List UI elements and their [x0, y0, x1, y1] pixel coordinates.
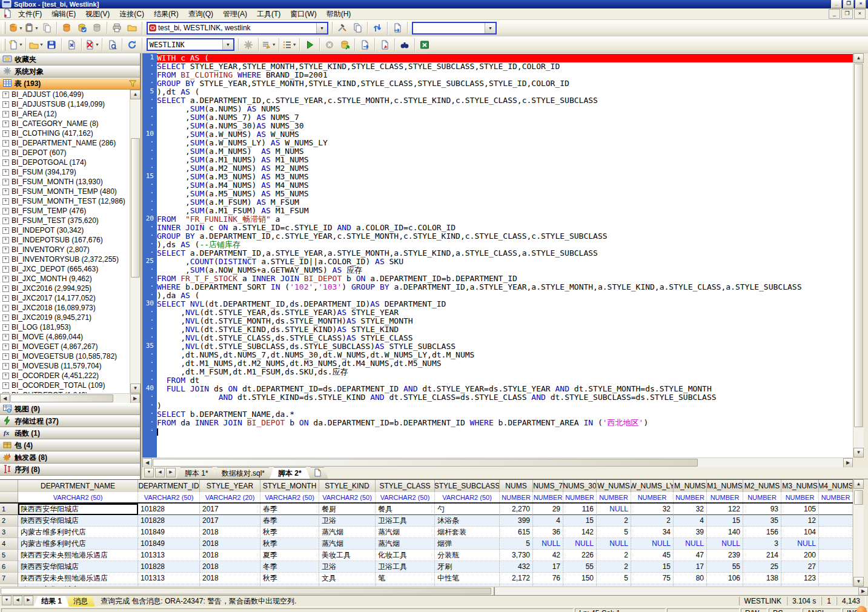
grid-cell[interactable]: 432 — [500, 561, 533, 573]
db-orange-button[interactable] — [59, 21, 75, 36]
grid-cell[interactable]: 2 — [597, 561, 631, 573]
scroll-right-button[interactable]: ▶ — [843, 458, 853, 468]
table-tree-item[interactable]: +BI_CATEGORY_NAME (8) — [0, 119, 130, 128]
sidebar-section-procedures[interactable]: 存储过程 (37) — [0, 415, 140, 427]
format-button[interactable]: ▼ — [261, 37, 277, 52]
menu-item-10[interactable]: 帮助(H) — [322, 8, 356, 21]
grid-cell[interactable]: 239 — [707, 550, 743, 561]
grid-cell[interactable]: 冬季 — [260, 561, 319, 573]
sidebar-section-tables[interactable]: 表 (193) — [0, 78, 140, 90]
sidebar-section-views[interactable]: 视图 (9) — [0, 403, 140, 415]
grid-cell[interactable]: 55 — [563, 561, 597, 573]
code-line[interactable]: ,SUM(a.W_NUMS) AS W_NUMS — [157, 130, 853, 139]
expand-icon[interactable]: + — [2, 130, 9, 137]
scroll-up-button[interactable]: ▲ — [853, 53, 864, 63]
sidebar-section-functions[interactable]: fx函数 (1) — [0, 427, 140, 439]
code-line[interactable]: ,SUM(a.W_NUMS_LY) AS W_NUMS_LY — [157, 139, 853, 147]
grid-cell[interactable]: 17 — [533, 561, 563, 573]
code-line[interactable]: ,dt.NUMS,dt.NUMS_7,dt.NUMS_30,dt.W_NUMS,… — [157, 351, 853, 359]
mdi-restore-button[interactable]: ❐ — [841, 9, 853, 19]
grid-cell[interactable]: 2018 — [200, 550, 260, 561]
column-header-nums_7[interactable]: NUMS_7 — [533, 480, 563, 492]
sidebar-section-triggers[interactable]: 触发器 (8) — [0, 451, 140, 464]
grid-cell[interactable]: 5 — [597, 527, 631, 538]
expand-icon[interactable]: + — [2, 179, 9, 185]
grid-cell[interactable]: NULL — [563, 538, 597, 550]
code-line[interactable]: WHERE b.DEPARTMENT_SORT IN ('102','103')… — [157, 283, 853, 291]
scrollbar-thumb[interactable] — [854, 64, 863, 427]
grid-cell[interactable]: 101313 — [138, 550, 200, 561]
column-header-style_class[interactable]: STYLE_CLASS — [376, 480, 435, 492]
preview-button[interactable] — [105, 37, 120, 52]
row-number[interactable]: 5 — [0, 550, 18, 561]
combobox-dropdown-button[interactable]: ▼ — [316, 23, 327, 33]
table-tree-item[interactable]: +BI_FSUM_TEST (375,620) — [0, 216, 130, 225]
grid-cell[interactable]: 35 — [743, 515, 781, 527]
db-gray-button[interactable] — [90, 21, 105, 36]
grid-cell[interactable] — [819, 550, 853, 561]
expand-icon[interactable]: + — [2, 295, 9, 302]
grid-cell[interactable]: 2,270 — [500, 504, 533, 515]
sidebar-section-system-objects[interactable]: 系统对象 — [0, 65, 140, 78]
grid-cell[interactable]: 12 — [781, 515, 819, 527]
scroll-right-button[interactable]: ▶ — [130, 394, 140, 404]
grid-cell[interactable]: 104 — [781, 527, 819, 538]
grid-cell[interactable]: 45 — [631, 550, 674, 561]
code-line[interactable]: SELECT STYLE_YEAR,STYLE_MONTH,STYLE_KIND… — [157, 62, 853, 71]
refresh-button[interactable] — [125, 37, 140, 52]
menu-item-1[interactable]: 文件(F) — [13, 8, 47, 21]
grid-cell[interactable]: 化妆工具 — [376, 550, 435, 561]
tree-horizontal-scrollbar[interactable]: ◀ ▶ — [0, 393, 140, 404]
grid-cell[interactable]: 101828 — [138, 504, 200, 515]
column-header-m2_nums[interactable]: M2_NUMS — [743, 480, 781, 492]
stop-button[interactable] — [322, 37, 337, 52]
grid-cell[interactable]: 秋季 — [260, 527, 319, 538]
grid-cell[interactable]: NULL — [533, 538, 563, 550]
copy-schema-button[interactable] — [39, 21, 55, 36]
table-tree-item[interactable]: +BI_FSUM_MONTH_TEMP (480) — [0, 187, 130, 196]
code-line[interactable] — [157, 427, 853, 436]
pane-splitter[interactable] — [494, 587, 495, 596]
code-line[interactable]: ,SUM(a.M2_NUMS) AS M2_NUMS — [157, 164, 853, 173]
code-line[interactable]: SELECT a.DEPARTMENT_ID,c.STYLE_YEAR,c.ST… — [157, 96, 853, 105]
grid-cell[interactable]: 卫浴工具 — [376, 561, 435, 573]
column-header-style_year[interactable]: STYLE_YEAR — [200, 480, 260, 492]
scroll-down-button[interactable]: ▼ — [853, 577, 864, 587]
grid-cell[interactable]: 4 — [674, 515, 707, 527]
row-number[interactable]: 4 — [0, 538, 18, 550]
new-file-button[interactable]: ▼ — [8, 37, 24, 52]
grid-cell[interactable]: 32 — [674, 504, 707, 515]
expand-icon[interactable]: + — [2, 91, 9, 98]
table-tree-item[interactable]: +BI_OCORDER (4,451,222) — [0, 371, 130, 381]
close-file-button[interactable] — [64, 37, 79, 52]
grid-cell[interactable]: 沐浴条 — [435, 515, 500, 527]
db-check-button[interactable] — [75, 21, 90, 36]
grid-cell[interactable]: 32 — [631, 504, 674, 515]
grid-cell[interactable]: 80 — [674, 573, 707, 584]
folder-open-button[interactable] — [125, 21, 140, 36]
grid-cell[interactable]: 牙刷 — [435, 561, 500, 573]
sidebar-section-sequences[interactable]: 序列 (8) — [0, 464, 140, 476]
grid-cell[interactable]: 101849 — [138, 538, 200, 550]
grid-cell[interactable]: 34 — [631, 527, 674, 538]
delete-red-button[interactable]: ▼ — [84, 37, 100, 52]
grid-cell[interactable]: 5 — [597, 573, 631, 584]
list-button[interactable]: ▼ — [282, 37, 297, 52]
table-tree-item[interactable]: +BI_ADJUST (106,499) — [0, 90, 130, 99]
restore-button[interactable]: ❐ — [843, 0, 854, 8]
grid-cell[interactable] — [819, 538, 853, 550]
grid-cell[interactable]: 蒸汽烟 — [376, 538, 435, 550]
column-header-department_name[interactable]: DEPARTMENT_NAME — [18, 480, 138, 492]
grid-cell[interactable]: 2 — [597, 515, 631, 527]
grid-cell[interactable]: 笔 — [376, 573, 435, 584]
grid-cell[interactable]: 文具 — [319, 573, 376, 584]
grid-cell[interactable]: 蒸汽烟 — [376, 527, 435, 538]
table-tree-item[interactable]: +BI_CLOTHING (417,162) — [0, 128, 130, 138]
menu-item-7[interactable]: 管理(A) — [218, 8, 252, 21]
expand-icon[interactable]: + — [2, 334, 9, 341]
code-line[interactable]: SELECT NVL(dt.DEPARTMENT_ID,ds.DEPARTMEN… — [157, 300, 853, 308]
scrollbar-thumb[interactable] — [153, 459, 698, 467]
code-line[interactable]: FROM da INNER JOIN BI_DEPOT b ON da.DEPA… — [157, 419, 853, 427]
grid-cell[interactable]: NULL — [707, 538, 743, 550]
sidebar-section-favorites[interactable]: 收藏夹 — [0, 53, 140, 65]
